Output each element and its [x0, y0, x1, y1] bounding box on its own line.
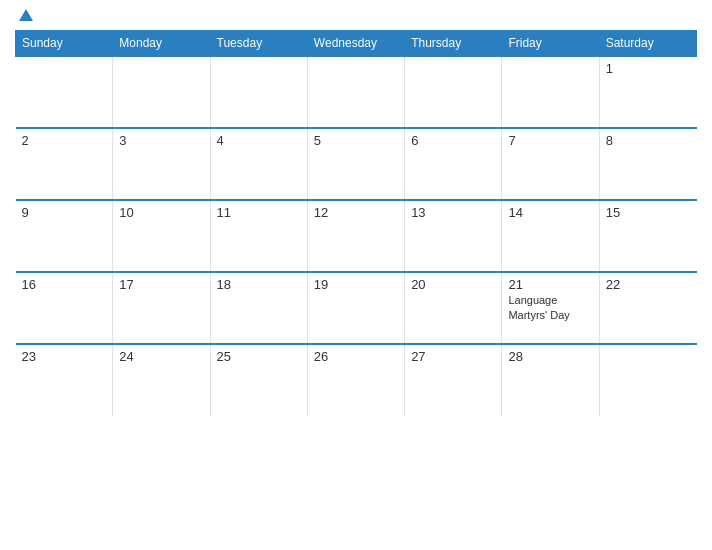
day-number: 9 [22, 205, 107, 220]
calendar-cell: 18 [210, 272, 307, 344]
day-number: 1 [606, 61, 691, 76]
calendar-cell: 3 [113, 128, 210, 200]
calendar-cell: 1 [599, 56, 696, 128]
calendar-cell: 7 [502, 128, 599, 200]
weekday-header-sunday: Sunday [16, 31, 113, 57]
calendar-cell: 9 [16, 200, 113, 272]
calendar-cell: 12 [307, 200, 404, 272]
calendar-cell: 8 [599, 128, 696, 200]
calendar-cell: 28 [502, 344, 599, 416]
calendar-cell [502, 56, 599, 128]
logo [17, 10, 33, 22]
weekday-header-tuesday: Tuesday [210, 31, 307, 57]
weekday-header-saturday: Saturday [599, 31, 696, 57]
calendar-cell: 24 [113, 344, 210, 416]
calendar-cell: 13 [405, 200, 502, 272]
day-number: 5 [314, 133, 398, 148]
day-number: 8 [606, 133, 691, 148]
calendar-cell [210, 56, 307, 128]
calendar-cell: 17 [113, 272, 210, 344]
calendar-cell: 6 [405, 128, 502, 200]
calendar-cell: 22 [599, 272, 696, 344]
week-row-4: 161718192021Language Martyrs' Day22 [16, 272, 697, 344]
calendar-cell [405, 56, 502, 128]
calendar-cell: 25 [210, 344, 307, 416]
day-number: 10 [119, 205, 203, 220]
weekday-header-wednesday: Wednesday [307, 31, 404, 57]
calendar-cell: 26 [307, 344, 404, 416]
day-number: 15 [606, 205, 691, 220]
weekday-header-monday: Monday [113, 31, 210, 57]
calendar-cell: 20 [405, 272, 502, 344]
calendar-cell: 16 [16, 272, 113, 344]
day-number: 18 [217, 277, 301, 292]
holiday-text: Language Martyrs' Day [508, 294, 569, 321]
calendar-cell: 5 [307, 128, 404, 200]
day-number: 4 [217, 133, 301, 148]
calendar-cell [113, 56, 210, 128]
day-number: 7 [508, 133, 592, 148]
day-number: 16 [22, 277, 107, 292]
week-row-2: 2345678 [16, 128, 697, 200]
day-number: 19 [314, 277, 398, 292]
day-number: 3 [119, 133, 203, 148]
calendar-cell: 4 [210, 128, 307, 200]
day-number: 13 [411, 205, 495, 220]
calendar-cell: 14 [502, 200, 599, 272]
calendar-cell: 23 [16, 344, 113, 416]
day-number: 23 [22, 349, 107, 364]
week-row-1: 1 [16, 56, 697, 128]
calendar-cell: 19 [307, 272, 404, 344]
calendar-container: SundayMondayTuesdayWednesdayThursdayFrid… [0, 0, 712, 550]
weekday-header-thursday: Thursday [405, 31, 502, 57]
calendar-cell: 11 [210, 200, 307, 272]
calendar-cell [307, 56, 404, 128]
weekday-header-row: SundayMondayTuesdayWednesdayThursdayFrid… [16, 31, 697, 57]
calendar-cell: 15 [599, 200, 696, 272]
day-number: 22 [606, 277, 691, 292]
day-number: 26 [314, 349, 398, 364]
logo-triangle-icon [19, 9, 33, 21]
day-number: 6 [411, 133, 495, 148]
week-row-5: 232425262728 [16, 344, 697, 416]
day-number: 24 [119, 349, 203, 364]
day-number: 20 [411, 277, 495, 292]
calendar-cell: 2 [16, 128, 113, 200]
day-number: 2 [22, 133, 107, 148]
calendar-cell: 21Language Martyrs' Day [502, 272, 599, 344]
day-number: 12 [314, 205, 398, 220]
day-number: 25 [217, 349, 301, 364]
day-number: 14 [508, 205, 592, 220]
day-number: 27 [411, 349, 495, 364]
calendar-cell: 10 [113, 200, 210, 272]
calendar-table: SundayMondayTuesdayWednesdayThursdayFrid… [15, 30, 697, 416]
calendar-header [15, 10, 697, 22]
weekday-header-friday: Friday [502, 31, 599, 57]
calendar-cell [16, 56, 113, 128]
day-number: 28 [508, 349, 592, 364]
day-number: 17 [119, 277, 203, 292]
calendar-cell: 27 [405, 344, 502, 416]
week-row-3: 9101112131415 [16, 200, 697, 272]
day-number: 21 [508, 277, 592, 292]
day-number: 11 [217, 205, 301, 220]
calendar-cell [599, 344, 696, 416]
